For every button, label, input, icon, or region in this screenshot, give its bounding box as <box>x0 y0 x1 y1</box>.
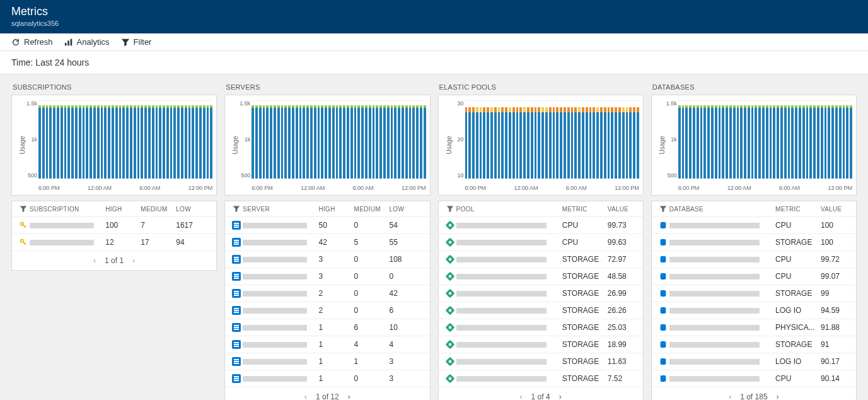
table-row[interactable]: CPU99.73 <box>439 217 643 234</box>
filter-col-icon[interactable] <box>657 205 669 213</box>
database-icon <box>657 340 669 349</box>
row-name <box>243 223 318 228</box>
val-metric: STORAGE <box>562 323 608 332</box>
table-row[interactable]: 2042 <box>225 285 429 302</box>
table-row[interactable]: 300 <box>225 268 429 285</box>
val-high: 42 <box>319 238 354 247</box>
col-medium[interactable]: MEDIUM <box>354 206 390 213</box>
pager-next[interactable]: › <box>777 392 779 400</box>
chart-servers[interactable]: Usage1.5k1k5006:00 PM12:00 AM6:00 AM12:0… <box>224 95 430 196</box>
table-row[interactable]: 50054 <box>225 217 429 234</box>
table-row[interactable]: 121794 <box>12 234 216 251</box>
col-value[interactable]: VALUE <box>821 206 851 213</box>
chart-plot <box>38 100 212 179</box>
database-icon <box>657 255 669 264</box>
table-row[interactable]: STORAGE26.99 <box>439 285 643 302</box>
svg-point-16 <box>448 309 451 312</box>
row-name <box>669 240 775 245</box>
table-row[interactable]: 113 <box>225 353 429 370</box>
pager-next[interactable]: › <box>559 392 562 400</box>
pager-prev[interactable]: ‹ <box>93 256 96 265</box>
table-row[interactable]: CPU99.72 <box>652 251 856 268</box>
col-high[interactable]: HIGH <box>319 206 354 213</box>
col-medium[interactable]: MEDIUM <box>141 206 176 213</box>
table-row[interactable]: LOG IO94.59 <box>652 302 856 319</box>
table-row[interactable]: PHYSICA...91.88 <box>652 319 856 336</box>
table-databases: DATABASE METRIC VALUE CPU100STORAGE100CP… <box>651 201 857 400</box>
col-name[interactable]: DATABASE <box>669 206 775 213</box>
table-row[interactable]: STORAGE72.97 <box>439 251 643 268</box>
table-row[interactable]: CPU100 <box>652 217 856 234</box>
svg-point-26 <box>660 239 666 242</box>
val-value: 99.72 <box>821 255 851 264</box>
chart-databases[interactable]: Usage1.5k1k5006:00 PM12:00 AM6:00 AM12:0… <box>651 95 857 196</box>
row-name <box>669 376 775 382</box>
table-row[interactable]: CPU90.14 <box>652 370 856 387</box>
table-row[interactable]: 10071617 <box>12 217 216 234</box>
table-row[interactable]: LOG IO90.17 <box>652 353 856 370</box>
val-value: 26.26 <box>608 306 638 315</box>
val-low: 10 <box>390 323 425 332</box>
panels-row: SUBSCRIPTIONS Usage1.5k1k5006:00 PM12:00… <box>0 74 868 400</box>
table-row[interactable]: CPU99.07 <box>652 268 856 285</box>
table-row[interactable]: 206 <box>225 302 429 319</box>
pager-pools: ‹ 1 of 4 › <box>439 387 643 400</box>
val-low: 6 <box>390 306 425 315</box>
table-row[interactable]: STORAGE48.58 <box>439 268 643 285</box>
table-row[interactable]: 103 <box>225 370 429 387</box>
pool-icon <box>444 323 456 332</box>
table-row[interactable]: CPU99.63 <box>439 234 643 251</box>
table-head: SUBSCRIPTION HIGH MEDIUM LOW <box>12 201 216 217</box>
table-row[interactable]: 1610 <box>225 319 429 336</box>
table-row[interactable]: STORAGE11.63 <box>439 353 643 370</box>
pager-prev[interactable]: ‹ <box>729 392 731 400</box>
chart-pools[interactable]: Usage3020106:00 PM12:00 AM6:00 AM12:00 P… <box>438 95 644 196</box>
pager-prev[interactable]: ‹ <box>304 392 307 400</box>
val-metric: CPU <box>562 221 608 230</box>
panel-title-databases: DATABASES <box>651 81 857 95</box>
col-high[interactable]: HIGH <box>105 206 141 213</box>
refresh-button[interactable]: Refresh <box>11 37 53 47</box>
table-row[interactable]: STORAGE100 <box>652 234 856 251</box>
table-row[interactable]: STORAGE18.99 <box>439 336 643 353</box>
table-row[interactable]: STORAGE25.03 <box>439 319 643 336</box>
pager-next[interactable]: › <box>132 256 135 265</box>
server-icon <box>230 255 243 264</box>
val-low: 55 <box>390 238 425 247</box>
filter-col-icon[interactable] <box>444 205 456 213</box>
col-name[interactable]: SUBSCRIPTION <box>30 206 105 213</box>
col-name[interactable]: POOL <box>456 206 562 213</box>
table-row[interactable]: 144 <box>225 336 429 353</box>
table-row[interactable]: 30108 <box>225 251 429 268</box>
x-ticks: 6:00 PM12:00 AM6:00 AM12:00 PM <box>465 185 639 191</box>
val-low: 1617 <box>176 221 211 230</box>
chart-plot <box>252 100 425 179</box>
val-high: 3 <box>319 255 354 264</box>
pager-next[interactable]: › <box>348 392 350 400</box>
key-icon <box>17 238 30 246</box>
time-range[interactable]: Time: Last 24 hours <box>0 51 868 74</box>
val-metric: PHYSICA... <box>775 323 821 332</box>
col-metric[interactable]: METRIC <box>775 206 821 213</box>
col-low[interactable]: LOW <box>176 206 211 213</box>
col-name[interactable]: SERVER <box>243 206 318 213</box>
val-value: 91.88 <box>821 323 851 332</box>
pager-prev[interactable]: ‹ <box>520 392 523 400</box>
pager-subscriptions: ‹ 1 of 1 › <box>12 251 216 270</box>
table-row[interactable]: STORAGE26.26 <box>439 302 643 319</box>
chart-subscriptions[interactable]: Usage1.5k1k5006:00 PM12:00 AM6:00 AM12:0… <box>11 95 217 196</box>
filter-col-icon[interactable] <box>230 205 243 213</box>
row-name <box>243 291 318 297</box>
col-low[interactable]: LOW <box>390 206 425 213</box>
table-row[interactable]: 42555 <box>225 234 429 251</box>
col-value[interactable]: VALUE <box>608 206 638 213</box>
col-metric[interactable]: METRIC <box>562 206 608 213</box>
table-row[interactable]: STORAGE7.52 <box>439 370 643 387</box>
analytics-button[interactable]: Analytics <box>64 37 110 47</box>
table-row[interactable]: STORAGE99 <box>652 285 856 302</box>
table-row[interactable]: STORAGE91 <box>652 336 856 353</box>
row-name <box>243 342 318 348</box>
row-name <box>30 240 105 245</box>
filter-button[interactable]: Filter <box>121 37 152 47</box>
filter-col-icon[interactable] <box>17 205 30 213</box>
